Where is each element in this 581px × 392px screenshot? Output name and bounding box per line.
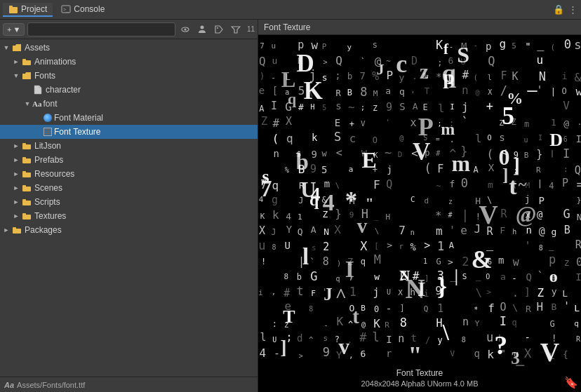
scripts-arrow (11, 197, 21, 207)
eye-icon (180, 25, 190, 34)
animations-folder-icon (21, 56, 32, 67)
search-input[interactable] (27, 22, 175, 36)
tree-item-textures[interactable]: Textures (0, 209, 258, 223)
tree-item-scripts[interactable]: Scripts (0, 195, 258, 209)
fonts-folder-icon (21, 70, 32, 81)
scripts-folder-icon (21, 196, 32, 208)
filter-icon (231, 25, 241, 34)
person-icon (197, 25, 207, 34)
font-material-arrow (34, 113, 44, 123)
font-material-sphere-icon (44, 114, 52, 122)
litjson-label: LitJson (34, 141, 61, 151)
tree-item-packages[interactable]: Packages (0, 223, 258, 237)
texture-info-label: 2048x2048 Alpha8 UNorm 4.0 MB (361, 379, 479, 388)
tag-icon-btn[interactable] (212, 22, 226, 36)
tree-item-assets[interactable]: Assets (0, 41, 258, 55)
svg-rect-18 (22, 201, 31, 205)
svg-rect-20 (22, 215, 31, 219)
dropdown-arrow: ▼ (13, 25, 20, 34)
tree-item-font-texture[interactable]: Font Texture (0, 125, 258, 139)
svg-rect-22 (13, 229, 21, 234)
svg-rect-9 (22, 59, 26, 61)
tab-project-label: Project (21, 4, 47, 14)
litjson-folder-icon (21, 140, 32, 151)
font-texture-grid-icon (44, 128, 52, 136)
textures-label: Textures (34, 211, 66, 221)
tree-item-scenes[interactable]: Scenes (0, 181, 258, 195)
top-bar: Project >_ Console 🔒 ⋮ (0, 0, 581, 20)
font-label: font (43, 99, 57, 109)
assets-label: Assets (25, 43, 50, 53)
console-tab-icon: >_ (61, 4, 71, 14)
svg-rect-23 (13, 227, 16, 229)
preview-header: Font Texture (258, 20, 581, 35)
tree-item-animations[interactable]: Animations (0, 55, 258, 69)
svg-rect-10 (22, 144, 31, 149)
assets-arrow (1, 43, 11, 53)
svg-rect-15 (22, 171, 26, 173)
bookmark-icon[interactable]: 🔖 (566, 375, 577, 389)
tree-item-resources[interactable]: Resources (0, 167, 258, 181)
tree-item-litjson[interactable]: LitJson (0, 139, 258, 153)
eye-icon-btn[interactable] (178, 22, 192, 36)
scenes-folder-icon (21, 182, 32, 194)
svg-rect-1 (9, 6, 13, 8)
tree-item-prefabs[interactable]: Prefabs (0, 153, 258, 167)
toolbar: + ▼ (0, 20, 258, 39)
texture-name-label: Font Texture (396, 368, 443, 378)
tab-console[interactable]: >_ Console (55, 3, 110, 17)
font-arrow (22, 99, 32, 109)
left-panel: + ▼ (0, 20, 258, 392)
status-aa-icon: Aa (4, 381, 14, 389)
animations-label: Animations (34, 57, 76, 67)
svg-rect-13 (22, 157, 26, 159)
svg-point-6 (200, 25, 203, 29)
status-path: Assets/Fonts/font.ttf (17, 381, 85, 389)
tree-item-character[interactable]: character (0, 83, 258, 97)
svg-rect-14 (22, 173, 31, 177)
file-tree: Assets Animations (0, 39, 258, 377)
litjson-arrow (11, 141, 21, 151)
folder-open-svg (12, 43, 22, 52)
svg-rect-16 (22, 187, 31, 191)
character-label: character (46, 85, 81, 95)
tag-icon (214, 25, 224, 34)
svg-point-5 (184, 28, 186, 30)
packages-label: Packages (25, 225, 62, 235)
tab-console-label: Console (74, 4, 105, 14)
tree-item-fonts[interactable]: Fonts (0, 69, 258, 83)
scenes-label: Scenes (34, 183, 62, 193)
filter-count-badge: 11 (247, 25, 255, 33)
main-layout: + ▼ (0, 20, 581, 392)
add-label: + (7, 25, 11, 34)
menu-icon[interactable]: ⋮ (567, 4, 578, 15)
right-panel: Font Texture Font Texture 2048x2048 Alph… (258, 20, 581, 392)
resources-label: Resources (34, 169, 74, 179)
preview-title: Font Texture (264, 22, 310, 32)
filter-icon-btn[interactable] (229, 22, 243, 36)
textures-arrow (11, 211, 21, 221)
add-button[interactable]: + ▼ (3, 23, 25, 36)
svg-rect-21 (22, 213, 26, 215)
packages-folder-icon (11, 224, 22, 236)
packages-arrow (1, 225, 11, 235)
preview-area: Font Texture 2048x2048 Alpha8 UNorm 4.0 … (258, 35, 581, 392)
textures-folder-icon (21, 210, 32, 222)
folder-tab-icon (8, 4, 18, 14)
tab-project[interactable]: Project (3, 3, 53, 17)
preview-overlay: Font Texture 2048x2048 Alpha8 UNorm 4.0 … (258, 364, 581, 392)
character-arrow (22, 85, 32, 95)
person-icon-btn[interactable] (195, 22, 209, 36)
svg-rect-12 (22, 158, 31, 163)
lock-icon[interactable]: 🔒 (553, 4, 564, 15)
prefabs-label: Prefabs (34, 155, 63, 165)
font-texture-label: Font Texture (54, 127, 100, 137)
prefabs-folder-icon (21, 154, 32, 165)
animations-arrow (11, 57, 21, 67)
character-file-icon (32, 84, 44, 95)
tree-item-font-material[interactable]: Font Material (0, 111, 258, 125)
fonts-arrow (11, 71, 21, 81)
svg-text:>_: >_ (63, 7, 69, 13)
scripts-label: Scripts (34, 197, 60, 207)
tree-item-font[interactable]: Aa font (0, 97, 258, 111)
